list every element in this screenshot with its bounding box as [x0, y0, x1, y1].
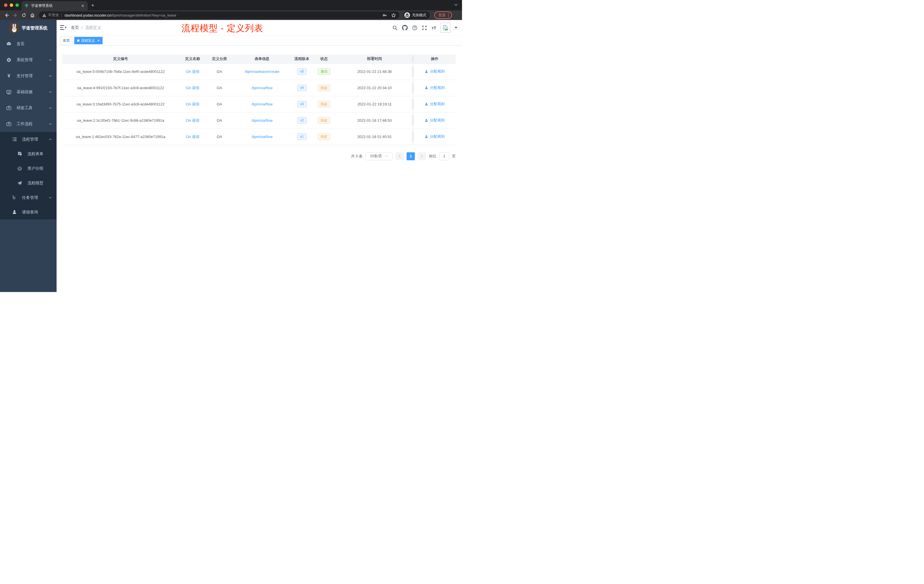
url-path: /bpm/manager/definition?key=oa_leave: [111, 13, 176, 17]
user-icon: [424, 86, 428, 90]
address-bar[interactable]: 不安全 dashboard.yudao.iocoder.cn/bpm/manag…: [39, 12, 399, 19]
form-info-link[interactable]: /bpm/oa/flow: [251, 86, 272, 90]
sidebar-item-label: 请假查询: [22, 210, 52, 215]
version-badge: v1: [297, 134, 307, 140]
forward-icon[interactable]: [12, 12, 19, 19]
user-icon: [424, 102, 428, 106]
home-icon[interactable]: [28, 12, 36, 19]
assign-rule-link[interactable]: 分配规则: [424, 101, 445, 107]
sidebar-item-devtools[interactable]: 研发工具: [0, 100, 56, 116]
sidebar-item-task-mgmt[interactable]: 任务管理: [0, 190, 56, 205]
favicon-plant-icon: [24, 3, 29, 8]
reload-icon[interactable]: [20, 12, 27, 19]
annotation-title: 流程模型 - 定义列表: [182, 22, 264, 34]
tag-close-icon[interactable]: ✕: [97, 39, 100, 43]
back-icon[interactable]: [3, 12, 10, 19]
form-info-link[interactable]: /bpm/oa/flow: [251, 102, 272, 106]
page-unit-label: 页: [452, 154, 456, 159]
page-content: 定义编号 定义名称 定义分类 表单信息 流程版本 状态 部署时间 操作 oa_l…: [56, 46, 462, 292]
definition-name-link[interactable]: OA 请假: [186, 86, 200, 90]
definition-category-cell: OA: [206, 112, 233, 129]
help-icon[interactable]: [412, 25, 417, 31]
minimize-window-button[interactable]: [10, 3, 13, 7]
window-controls[interactable]: [4, 3, 19, 7]
screen: 芋道管理系统 ✕ + 不安全 dashboard.yudao.iocoder.c…: [0, 0, 462, 292]
assign-rule-link[interactable]: 分配规则: [424, 69, 445, 74]
tab-close-icon[interactable]: ✕: [81, 4, 85, 8]
browser-toolbar: 不安全 dashboard.yudao.iocoder.cn/bpm/manag…: [0, 10, 462, 20]
sidebar-item-process-mgmt[interactable]: 流程管理: [0, 132, 56, 147]
page-size-select[interactable]: 10条/页: [365, 152, 393, 160]
form-icon: [16, 152, 23, 156]
chevron-down-icon: [385, 155, 388, 158]
sidebar-item-user-group[interactable]: 用户分组: [0, 161, 56, 176]
close-window-button[interactable]: [4, 3, 7, 7]
current-page-button[interactable]: 1: [407, 152, 415, 160]
tab-search-chevron-icon[interactable]: [454, 3, 458, 7]
logo-rabbit-image: [10, 23, 19, 33]
update-button[interactable]: 更新: [434, 12, 452, 19]
sidebar-item-workflow[interactable]: 工作流程: [0, 116, 56, 132]
definition-name-link[interactable]: OA 请假: [186, 118, 200, 122]
definition-name-link[interactable]: OA 请假: [186, 102, 200, 106]
status-badge: 挂起: [318, 101, 330, 108]
definition-name-link[interactable]: OA 请假: [186, 135, 200, 139]
tag-home[interactable]: 首页: [60, 37, 73, 44]
yen-icon: ¥: [6, 73, 12, 79]
next-page-button[interactable]: [418, 152, 426, 160]
sidebar-toggle-icon[interactable]: [60, 25, 66, 31]
breadcrumb-home[interactable]: 首页: [71, 25, 79, 30]
chevron-down-icon: [49, 90, 52, 94]
table-row: oa_leave:3:1fad3d93-7b75-11ec-a3c8-acde4…: [62, 96, 456, 112]
incognito-label: 无痕模式: [412, 13, 426, 18]
search-icon[interactable]: [392, 25, 398, 31]
new-tab-button[interactable]: +: [91, 2, 94, 8]
user-icon: [11, 210, 17, 214]
sidebar-item-label: 工作流程: [16, 121, 49, 127]
sidebar-item-leave-query[interactable]: 请假查询: [0, 205, 56, 219]
prev-page-button[interactable]: [396, 152, 404, 160]
col-status: 状态: [312, 54, 336, 63]
avatar[interactable]: [441, 23, 450, 33]
font-size-icon[interactable]: ᴛT: [431, 25, 436, 30]
password-key-icon[interactable]: [382, 13, 387, 18]
chevron-left-icon: [398, 155, 401, 158]
sidebar-item-process-form[interactable]: 流程表单: [0, 147, 56, 161]
definition-name-link[interactable]: OA 请假: [186, 69, 200, 74]
definition-table: 定义编号 定义名称 定义分类 表单信息 流程版本 状态 部署时间 操作 oa_l…: [62, 54, 456, 145]
security-label[interactable]: 不安全: [48, 13, 59, 18]
sidebar-item-process-model[interactable]: 流程模型: [0, 176, 56, 190]
status-badge: 挂起: [318, 117, 330, 124]
form-info-link[interactable]: /bpm/oa/flow: [251, 135, 272, 139]
form-info-link[interactable]: /bpm/oa/leave/create: [244, 69, 279, 74]
update-label[interactable]: 更新: [438, 13, 446, 18]
github-icon[interactable]: [402, 25, 408, 31]
sidebar-item-label: 研发工具: [16, 106, 49, 111]
broken-image-icon: [442, 25, 449, 31]
dashboard-icon: [6, 41, 12, 46]
avatar-caret-icon[interactable]: [455, 27, 457, 28]
form-info-link[interactable]: /bpm/oa/flow: [251, 118, 272, 122]
table-header-row: 定义编号 定义名称 定义分类 表单信息 流程版本 状态 部署时间 操作: [62, 54, 456, 63]
browser-tab[interactable]: 芋道管理系统 ✕: [21, 1, 88, 10]
fullscreen-icon[interactable]: [422, 25, 427, 31]
sidebar-item-infra[interactable]: 基础设施: [0, 84, 56, 100]
assign-rule-link[interactable]: 分配规则: [424, 85, 445, 90]
definition-category-cell: OA: [206, 63, 233, 80]
sidebar-item-label: 首页: [16, 41, 52, 46]
assign-rule-link[interactable]: 分配规则: [424, 134, 445, 139]
sidebar-item-label: 系统管理: [16, 58, 49, 63]
sidebar-item-home[interactable]: 首页: [0, 36, 56, 52]
sidebar-logo[interactable]: 芋道管理系统: [0, 20, 56, 36]
zoom-window-button[interactable]: [15, 3, 19, 7]
bookmark-star-icon[interactable]: [391, 13, 396, 18]
sidebar-item-system[interactable]: 系统管理: [0, 52, 56, 68]
assign-rule-link[interactable]: 分配规则: [424, 118, 445, 123]
sidebar-item-payment[interactable]: ¥ 支付管理: [0, 68, 56, 84]
browser-menu-kebab-icon[interactable]: [448, 13, 449, 17]
goto-page-input[interactable]: [439, 152, 449, 160]
chevron-up-icon: [49, 138, 52, 141]
active-dot-icon: [77, 40, 79, 42]
status-badge: 挂起: [318, 84, 330, 91]
tag-process-definition[interactable]: 流程定义 ✕: [74, 37, 102, 44]
